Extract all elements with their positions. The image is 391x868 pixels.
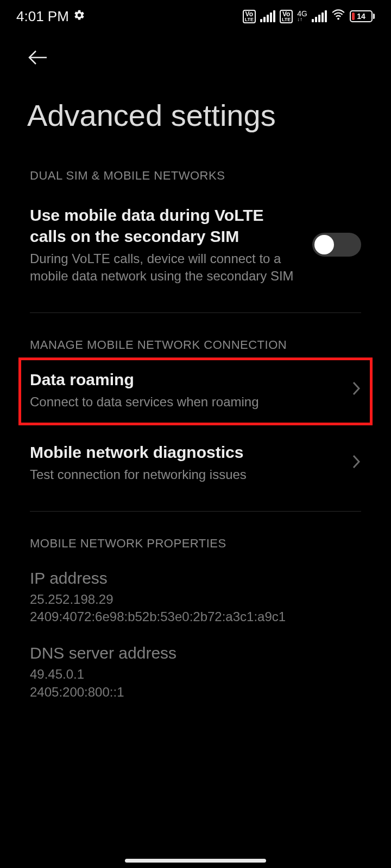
status-bar: 4:01 PM VoLTE VoLTE 4G↓↑ 14 [0,0,391,33]
section-header-dual-sim: DUAL SIM & MOBILE NETWORKS [0,155,391,188]
setting-data-roaming[interactable]: Data roaming Connect to data services wh… [30,369,361,411]
setting-title: Data roaming [30,369,340,390]
setting-text: Data roaming Connect to data services wh… [30,369,340,411]
toolbar [0,33,391,76]
toggle-knob [314,235,334,254]
info-value: 25.252.198.29 2409:4072:6e98:b52b:53e0:2… [30,591,361,626]
battery-percent: 14 [351,12,371,21]
volte-badge-1: VoLTE [243,10,256,23]
chevron-right-icon [351,454,361,472]
info-value: 49.45.0.1 2405:200:800::1 [30,666,361,701]
home-indicator[interactable] [125,859,266,863]
divider [30,312,361,313]
status-right: VoLTE VoLTE 4G↓↑ 14 [243,8,375,25]
wifi-icon [331,8,345,25]
highlight-data-roaming: Data roaming Connect to data services wh… [18,358,373,425]
info-label: DNS server address [30,644,361,662]
signal-bars-2 [312,10,327,22]
setting-network-diagnostics[interactable]: Mobile network diagnostics Test connecti… [0,425,391,500]
section-header-manage: MANAGE MOBILE NETWORK CONNECTION [0,324,391,358]
page-title: Advanced settings [0,76,391,155]
setting-subtitle: Connect to data services when roaming [30,393,340,411]
setting-volte-secondary-sim[interactable]: Use mobile data during VoLTE calls on th… [0,188,391,302]
network-type-indicator: 4G↓↑ [297,10,307,22]
volte-badge-2: VoLTE [280,10,293,23]
setting-subtitle: Test connection for networking issues [30,466,340,483]
status-left: 4:01 PM [16,8,85,25]
setting-text: Mobile network diagnostics Test connecti… [30,442,340,483]
setting-title: Mobile network diagnostics [30,442,340,463]
back-button[interactable] [27,47,49,68]
svg-point-0 [337,17,339,20]
divider [30,511,361,512]
status-time: 4:01 PM [16,8,69,25]
chevron-right-icon [351,380,361,399]
setting-title: Use mobile data during VoLTE calls on th… [30,205,301,247]
setting-text: Use mobile data during VoLTE calls on th… [30,205,301,285]
info-dns-address: DNS server address 49.45.0.1 2405:200:80… [0,631,391,706]
signal-bars-1 [260,10,275,22]
toggle-volte-secondary-sim[interactable] [312,233,361,257]
section-header-properties: MOBILE NETWORK PROPERTIES [0,522,391,556]
gear-icon [73,8,85,25]
battery-indicator: 14 [350,10,375,22]
info-ip-address: IP address 25.252.198.29 2409:4072:6e98:… [0,556,391,631]
setting-subtitle: During VoLTE calls, device will connect … [30,250,301,285]
info-label: IP address [30,569,361,588]
